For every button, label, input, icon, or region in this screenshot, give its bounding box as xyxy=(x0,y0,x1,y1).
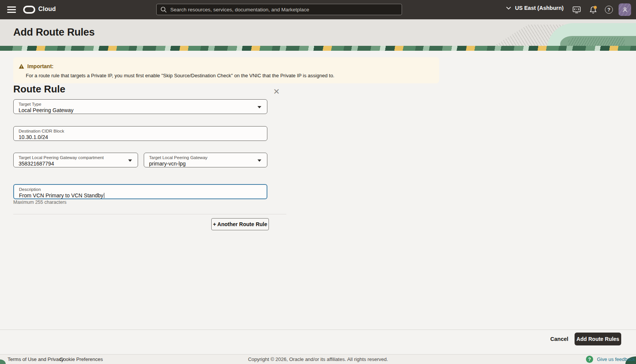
help-button[interactable]: ? xyxy=(604,5,614,14)
search-input[interactable] xyxy=(170,7,398,12)
target-type-value: Local Peering Gateway xyxy=(19,107,262,114)
another-route-rule-button[interactable]: + Another Route Rule xyxy=(211,218,269,230)
cookie-preferences-link[interactable]: Cookie Preferences xyxy=(60,356,103,362)
footer: Terms of Use and Privacy Cookie Preferen… xyxy=(0,354,636,364)
hamburger-menu-icon[interactable] xyxy=(7,6,16,13)
copyright-text: Copyright © 2026, Oracle and/or its affi… xyxy=(248,356,388,362)
decorative-banner xyxy=(0,46,636,51)
lpg-select[interactable]: Target Local Peering Gateway primary-vcn… xyxy=(144,153,267,167)
cancel-button[interactable]: Cancel xyxy=(550,336,568,342)
text-cursor xyxy=(104,193,105,198)
cloud-shell-button[interactable] xyxy=(572,5,581,14)
lpg-compartment-value: 358321687794 xyxy=(19,161,132,167)
person-icon xyxy=(622,7,628,13)
chevron-down-icon xyxy=(258,106,261,108)
destination-cidr-label: Destination CIDR Block xyxy=(19,128,262,134)
description-value: From VCN Primary to VCN Standby xyxy=(19,192,104,198)
description-label: Description xyxy=(19,187,261,192)
feedback-help-icon[interactable]: ? xyxy=(586,356,593,363)
notification-dot xyxy=(594,6,597,9)
lpg-label: Target Local Peering Gateway xyxy=(149,155,262,160)
help-icon: ? xyxy=(605,6,613,14)
description-input[interactable]: Description From VCN Primary to VCN Stan… xyxy=(13,184,267,199)
search-icon xyxy=(160,6,167,13)
destination-cidr-value: 10.30.1.0/24 xyxy=(19,134,262,141)
global-search[interactable] xyxy=(156,4,402,15)
page-header: Add Route Rules xyxy=(0,19,636,46)
region-label: US East (Ashburn) xyxy=(515,5,564,11)
chevron-down-icon xyxy=(258,159,261,162)
action-bar-divider xyxy=(0,330,636,330)
description-hint: Maximum 255 characters xyxy=(13,200,66,205)
region-selector[interactable]: US East (Ashburn) xyxy=(506,5,564,11)
user-avatar[interactable] xyxy=(619,3,631,16)
target-type-select[interactable]: Target Type Local Peering Gateway xyxy=(13,99,267,114)
chevron-down-icon xyxy=(128,159,132,162)
bell-icon xyxy=(589,5,598,14)
lpg-compartment-label: Target Local Peering Gateway compartment xyxy=(19,155,132,160)
lpg-value: primary-vcn-lpg xyxy=(149,161,262,167)
chevron-down-icon xyxy=(506,6,511,10)
target-type-label: Target Type xyxy=(19,102,262,107)
header-decoration-swoosh-lines xyxy=(568,37,625,46)
terms-link[interactable]: Terms of Use and Privacy xyxy=(8,356,64,362)
page-title: Add Route Rules xyxy=(13,27,95,38)
notifications-button[interactable] xyxy=(588,5,598,14)
lpg-compartment-select[interactable]: Target Local Peering Gateway compartment… xyxy=(13,153,138,167)
route-rule-section-title: Route Rule xyxy=(13,83,65,95)
topbar: Cloud US East (Ashburn) ? xyxy=(0,0,636,19)
brand-label: Cloud xyxy=(38,6,56,12)
footer-decoration-left xyxy=(0,359,6,364)
oracle-logo-icon[interactable] xyxy=(23,6,35,14)
warning-title: Important: xyxy=(27,63,53,69)
cloud-shell-icon xyxy=(572,6,581,14)
remove-route-rule-icon[interactable]: ✕ xyxy=(272,87,281,97)
warning-triangle-icon xyxy=(19,64,24,69)
form-divider xyxy=(13,214,286,214)
destination-cidr-input[interactable]: Destination CIDR Block 10.30.1.0/24 xyxy=(13,126,267,141)
important-warning-box: Important: For a route rule that targets… xyxy=(13,57,439,83)
add-route-rules-button[interactable]: Add Route Rules xyxy=(575,333,621,345)
warning-body: For a route rule that targets a Private … xyxy=(26,73,334,78)
feedback-link[interactable]: Give us feedback xyxy=(597,356,635,362)
